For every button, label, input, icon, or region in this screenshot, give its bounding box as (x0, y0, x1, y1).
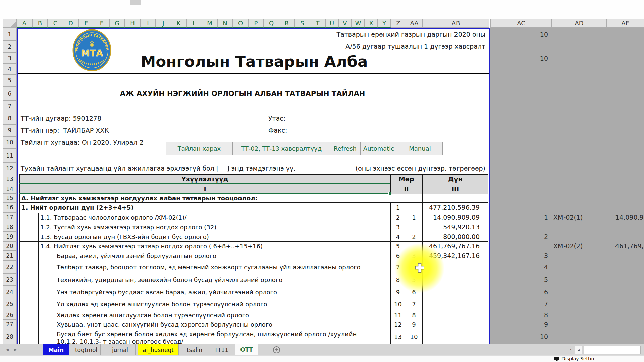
column-header-c[interactable]: C (48, 19, 63, 28)
column-header-o[interactable]: O (233, 19, 248, 28)
table-row-16[interactable]: 1. Нийт орлогын дүн (2+3+4+5)1477,210,59… (19, 202, 488, 213)
column-header-n[interactable]: N (217, 19, 233, 28)
helper-number-cell[interactable]: 5 (406, 276, 422, 283)
column-header-l[interactable]: L (186, 19, 202, 28)
row-header-11[interactable]: 11 (3, 148, 17, 162)
display-settings-button[interactable]: Display Settin (561, 356, 594, 361)
column-header-ac[interactable]: AC (490, 19, 552, 28)
table-row-28[interactable]: Бусад биет бус хөрөнгө болон хөдлөх эд х… (19, 329, 488, 344)
row-number-cell[interactable]: 3 (390, 223, 406, 230)
select-all-corner[interactable] (3, 19, 17, 28)
table-row-15[interactable]: А. Нийтлэг хувь хэмжээгээр ногдуулах алб… (19, 194, 488, 202)
row-header-9[interactable]: 9 (3, 124, 17, 136)
table-row-18[interactable]: 1.2. Тусгай хувь хэмжээгээр татвар ногдо… (19, 222, 488, 232)
row-number-cell[interactable]: 8 (390, 276, 406, 283)
column-header-k[interactable]: K (171, 19, 186, 28)
amount-cell[interactable]: 14,090,909.09 (422, 214, 480, 221)
tab-togtmol[interactable]: togtmol (72, 344, 101, 356)
amount-cell[interactable]: 800,000.00 (422, 233, 480, 240)
hscroll-track[interactable] (584, 346, 641, 354)
column-header-r[interactable]: R (279, 19, 294, 28)
row-header-8[interactable]: 8 (3, 112, 17, 124)
column-header-j[interactable]: J (156, 19, 171, 28)
tab-jurnal[interactable]: jurnal (105, 344, 136, 356)
column-header-b[interactable]: B (32, 19, 48, 28)
macro-button-2[interactable]: ТТ-02, ТТ-13 хавсралтууд (233, 142, 330, 155)
column-header-a[interactable]: A (17, 19, 32, 28)
row-number-cell[interactable]: 11 (390, 311, 406, 318)
row-header-5[interactable]: 5 (3, 74, 17, 86)
column-header-i[interactable]: I (140, 19, 156, 28)
column-header-e[interactable]: E (78, 19, 94, 28)
amount-cell[interactable]: 549,920.13 (422, 223, 480, 231)
table-row-27[interactable]: Хувьцаа, үнэт цаас, санхүүгийн бусад хэр… (19, 320, 488, 329)
row-header-20[interactable]: 20 (3, 241, 17, 251)
amount-cell[interactable]: 461,769,767.16 (422, 242, 480, 250)
table-row-17[interactable]: 1.1. Татвараас чөлөөлөгдөх орлого /ХМ-02… (19, 213, 488, 222)
column-header-d[interactable]: D (63, 19, 78, 28)
row-header-6[interactable]: 6 (3, 86, 17, 101)
row-header-24[interactable]: 24 (3, 286, 17, 298)
row-header-17[interactable]: 17 (3, 213, 17, 222)
row-header-10[interactable]: 10 (3, 136, 17, 148)
row-header-1[interactable]: 1 (3, 28, 17, 41)
macro-button-3[interactable]: Refresh (330, 142, 360, 155)
amount-cell[interactable]: 459,342,167.16 (422, 252, 480, 259)
row-header-2[interactable]: 2 (3, 41, 17, 53)
row-header-22[interactable]: 22 (3, 261, 17, 274)
column-header-v[interactable]: V (338, 19, 352, 28)
helper-number-cell[interactable]: 6 (406, 288, 422, 295)
macro-button-1[interactable]: Тайлан харах (166, 142, 233, 155)
row-header-16[interactable]: 16 (3, 202, 17, 213)
table-row-23[interactable]: Техникийн, удирдлагын, зөвлөхийн болон б… (19, 274, 488, 286)
row-number-cell[interactable]: 10 (390, 301, 406, 308)
new-sheet-button[interactable]: + (273, 346, 280, 353)
table-row-19[interactable]: 1.3. Бусад орлогын дүн (ГВХЗ-ийн бодит б… (19, 232, 488, 241)
macro-button-4[interactable]: Automatic (360, 142, 397, 155)
table-roman-2[interactable]: II (390, 184, 422, 194)
row-number-cell[interactable]: 4 (390, 233, 406, 240)
helper-number-cell[interactable]: 8 (406, 311, 422, 318)
row-header-25[interactable]: 25 (3, 298, 17, 310)
column-header-ae[interactable]: AE (606, 19, 644, 28)
table-header-amount[interactable]: Дүн (422, 174, 488, 184)
row-header-18[interactable]: 18 (3, 222, 17, 232)
tab-отт[interactable]: ОТТ (235, 344, 258, 356)
row-header-21[interactable]: 21 (3, 251, 17, 261)
row-header-28[interactable]: 28 (3, 329, 17, 344)
row-header-3[interactable]: 3 (3, 53, 17, 64)
row-number-cell[interactable]: 7 (390, 264, 406, 271)
row-number-cell[interactable]: 2 (390, 214, 406, 221)
helper-number-cell[interactable]: 10 (406, 333, 422, 340)
table-row-24[interactable]: Үнэ төлбөргүйгээр бусдаас авсан бараа, а… (19, 286, 488, 298)
tab-main[interactable]: Main (43, 344, 69, 356)
row-header-15[interactable]: 15 (3, 194, 17, 202)
tab-tt11[interactable]: TT11 (211, 344, 232, 356)
column-header-h[interactable]: H (125, 19, 140, 28)
column-header-p[interactable]: P (248, 19, 264, 28)
column-header-ab[interactable]: AB (423, 19, 489, 28)
column-header-y[interactable]: Y (378, 19, 391, 28)
tab-aj-husnegt[interactable]: aj_husnegt (138, 344, 179, 356)
table-row-21[interactable]: Бараа, ажил, үйлчилгээний борлуулалтын о… (19, 251, 488, 261)
helper-number-cell[interactable]: 2 (406, 233, 422, 240)
row-header-23[interactable]: 23 (3, 274, 17, 286)
row-header-27[interactable]: 27 (3, 320, 17, 329)
row-number-cell[interactable]: 12 (390, 321, 406, 328)
table-row-20[interactable]: 1.4. Нийтлэг хувь хэмжээгээр татвар ногд… (19, 241, 488, 251)
tab-resize-dots-icon[interactable]: ⋮ (568, 347, 572, 352)
helper-number-cell[interactable]: 9 (406, 321, 422, 328)
column-header-z[interactable]: Z (391, 19, 406, 28)
row-header-4[interactable]: 4 (3, 64, 17, 74)
row-number-cell[interactable]: 13 (390, 333, 406, 340)
column-header-g[interactable]: G (109, 19, 125, 28)
helper-number-cell[interactable]: 3 (406, 252, 422, 259)
column-header-t[interactable]: T (310, 19, 325, 28)
table-row-25[interactable]: Үл хөдлөх эд хөрөнгө ашиглуулсан болон т… (19, 298, 488, 310)
column-header-s[interactable]: S (294, 19, 310, 28)
table-header-row[interactable]: Мөр (390, 174, 422, 184)
table-row-26[interactable]: Хөдлөх хөрөнгө ашиглуулсан болон түрээсл… (19, 310, 488, 320)
table-roman-3[interactable]: III (422, 184, 488, 194)
row-number-cell[interactable]: 5 (390, 243, 406, 250)
tab-scroll-right-icon[interactable]: ► (14, 347, 17, 352)
